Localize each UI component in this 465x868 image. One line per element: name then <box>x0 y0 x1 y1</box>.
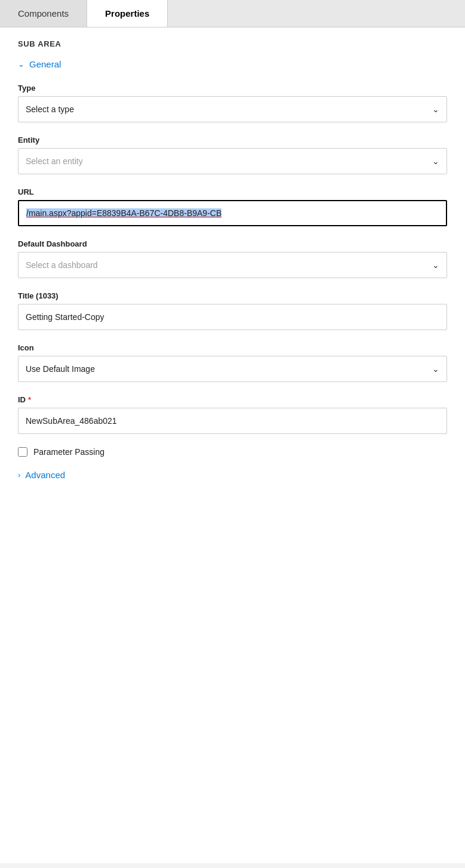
chevron-right-icon: › <box>18 470 20 479</box>
advanced-section-label: Advanced <box>25 470 65 480</box>
dashboard-label: Default Dashboard <box>18 239 447 248</box>
type-chevron-down-icon: ⌄ <box>432 104 439 114</box>
icon-select[interactable]: Use Default Image ⌄ <box>18 356 447 382</box>
id-label: ID * <box>18 395 447 404</box>
entity-select[interactable]: Select an entity ⌄ <box>18 148 447 174</box>
entity-select-placeholder: Select an entity <box>26 156 83 166</box>
type-select[interactable]: Select a type ⌄ <box>18 96 447 122</box>
url-input-wrapper[interactable]: /main.aspx?appid=E8839B4A-B67C-4DB8-B9A9… <box>18 200 447 226</box>
icon-select-value: Use Default Image <box>26 364 95 374</box>
tab-properties[interactable]: Properties <box>87 0 168 27</box>
parameter-passing-label: Parameter Passing <box>33 447 104 457</box>
dashboard-select-placeholder: Select a dashboard <box>26 260 98 270</box>
type-field-group: Type Select a type ⌄ <box>18 84 447 122</box>
id-required-marker: * <box>28 395 31 404</box>
title-label: Title (1033) <box>18 291 447 300</box>
url-field-group: URL /main.aspx?appid=E8839B4A-B67C-4DB8-… <box>18 187 447 226</box>
advanced-section-header[interactable]: › Advanced <box>18 470 447 480</box>
icon-label: Icon <box>18 343 447 352</box>
properties-panel: SUB AREA ⌄ General Type Select a type ⌄ … <box>0 27 465 863</box>
tab-bar: Components Properties <box>0 0 465 27</box>
url-value: /main.aspx?appid=E8839B4A-B67C-4DB8-B9A9… <box>26 208 221 218</box>
parameter-passing-checkbox[interactable] <box>18 447 27 457</box>
id-input[interactable] <box>18 408 447 434</box>
title-input[interactable] <box>18 304 447 330</box>
general-section-header[interactable]: ⌄ General <box>18 59 447 69</box>
title-field-group: Title (1033) <box>18 291 447 330</box>
entity-chevron-down-icon: ⌄ <box>432 156 439 166</box>
entity-label: Entity <box>18 136 447 144</box>
icon-chevron-down-icon: ⌄ <box>432 364 439 374</box>
url-label: URL <box>18 187 447 196</box>
url-input[interactable]: /main.aspx?appid=E8839B4A-B67C-4DB8-B9A9… <box>26 208 439 218</box>
general-section-label: General <box>29 59 61 69</box>
dashboard-select[interactable]: Select a dashboard ⌄ <box>18 252 447 278</box>
entity-field-group: Entity Select an entity ⌄ <box>18 136 447 174</box>
type-label: Type <box>18 84 447 93</box>
icon-field-group: Icon Use Default Image ⌄ <box>18 343 447 382</box>
chevron-down-icon: ⌄ <box>18 60 24 69</box>
id-field-group: ID * <box>18 395 447 434</box>
type-select-placeholder: Select a type <box>26 104 74 114</box>
section-title: SUB AREA <box>18 39 447 48</box>
parameter-passing-row: Parameter Passing <box>18 447 447 457</box>
dashboard-chevron-down-icon: ⌄ <box>432 260 439 270</box>
tab-components[interactable]: Components <box>0 0 87 27</box>
dashboard-field-group: Default Dashboard Select a dashboard ⌄ <box>18 239 447 278</box>
